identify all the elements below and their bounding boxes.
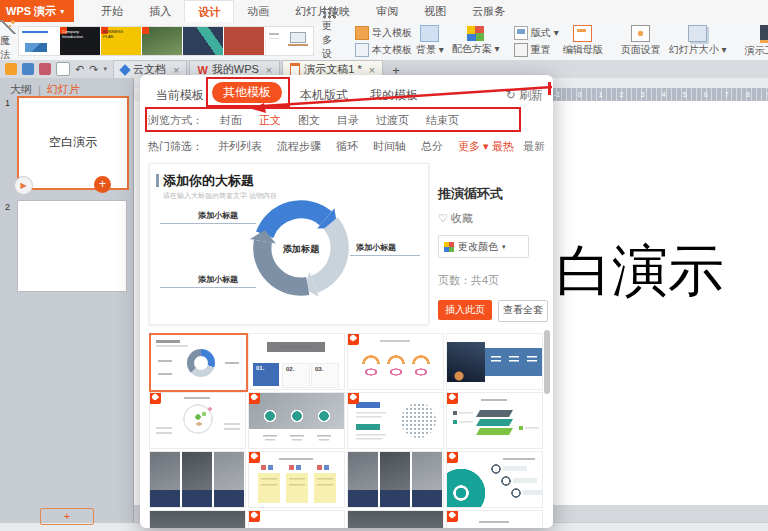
color-scheme-icon [467, 26, 484, 41]
design-template-5[interactable] [183, 27, 223, 55]
import-template-icon [355, 26, 369, 40]
slide-size-button[interactable]: 幻灯片大小 ▾ [669, 25, 727, 57]
add-slide-button[interactable]: + [94, 176, 111, 193]
close-icon[interactable]: × [173, 64, 179, 76]
edit-master-button[interactable]: 编辑母版 [563, 25, 603, 57]
template-thumb-13[interactable] [149, 510, 246, 528]
design-template-card[interactable] [265, 27, 282, 55]
tab-insert[interactable]: 插入 [136, 0, 184, 22]
tab-slides[interactable]: 幻灯片 [47, 82, 80, 97]
tab-cloud[interactable]: 云服务 [459, 0, 518, 22]
magic-button[interactable]: 魔法 [0, 20, 16, 62]
tab-review[interactable]: 审阅 [363, 0, 411, 22]
chevron-down-icon: ▾ [483, 140, 489, 152]
template-thumb-6[interactable] [248, 392, 345, 449]
save-icon[interactable] [22, 63, 34, 75]
filter-more-button[interactable]: 更多 ▾ [458, 139, 489, 154]
template-thumb-16[interactable] [446, 510, 543, 528]
undo-icon[interactable]: ↶ [75, 63, 84, 75]
design-template-6[interactable] [224, 27, 264, 55]
close-icon[interactable]: × [369, 64, 375, 76]
close-icon[interactable]: × [266, 64, 272, 76]
tab-animation[interactable]: 动画 [234, 0, 282, 22]
browse-toc[interactable]: 目录 [337, 113, 359, 128]
insert-page-button[interactable]: 插入此页 [438, 300, 492, 320]
sort-newest[interactable]: 最新 [523, 139, 545, 154]
filter-timeline[interactable]: 时间轴 [373, 139, 406, 154]
tab-home[interactable]: 开始 [88, 0, 136, 22]
dialog-scrollbar[interactable] [544, 330, 550, 394]
reset-icon [514, 43, 528, 57]
template-thumb-10[interactable] [248, 451, 345, 508]
tab-outline[interactable]: 大纲 [10, 82, 32, 97]
design-template-1[interactable] [19, 27, 59, 55]
sort-hottest[interactable]: 最热 [492, 139, 514, 154]
background-button[interactable]: 背景 ▾ [416, 25, 444, 57]
hot-flame-badge [149, 392, 161, 404]
diagram-center-label: 添加标题 [283, 244, 320, 254]
redo-icon[interactable]: ↷ [89, 63, 98, 75]
layout-button[interactable]: 版式 ▾ [514, 26, 559, 40]
template-thumb-7[interactable] [347, 392, 444, 449]
design-template-strip: Company Introduction BUSINESS PLAN [18, 26, 314, 56]
browse-body[interactable]: 正文 [259, 113, 281, 128]
hot-dot-icon [142, 27, 149, 34]
browse-ending[interactable]: 结束页 [426, 113, 459, 128]
slide-thumbnail-1[interactable]: 空白演示 [17, 96, 129, 190]
template-thumb-4[interactable] [446, 333, 543, 390]
template-thumb-15[interactable] [347, 510, 444, 528]
design-ribbon: 魔法 Company Introduction BUSINESS PLAN 更多… [0, 22, 768, 61]
present-tools-button[interactable]: 演示工具 ▾ [744, 25, 768, 58]
export-icon[interactable] [39, 63, 51, 75]
view-full-set-button[interactable]: 查看全套 [498, 300, 548, 322]
text-template-button[interactable]: 本文模板 [355, 43, 412, 57]
open-folder-icon[interactable] [5, 63, 17, 75]
template-thumb-3[interactable] [347, 333, 444, 390]
template-thumb-11[interactable] [347, 451, 444, 508]
dialog-tab-other[interactable]: 其他模板 [212, 82, 282, 103]
grid-icon [322, 7, 337, 19]
design-template-3[interactable]: BUSINESS PLAN [101, 27, 141, 55]
play-slideshow-button[interactable]: ▶ [14, 176, 33, 195]
filter-cycle[interactable]: 循环 [336, 139, 358, 154]
filter-total[interactable]: 总分 [421, 139, 443, 154]
favorite-button[interactable]: ♡ 收藏 [438, 211, 473, 226]
page-setup-button[interactable]: 页面设置 [621, 25, 661, 57]
tab-view[interactable]: 视图 [411, 0, 459, 22]
color-scheme-button[interactable]: 配色方案 ▾ [452, 26, 500, 56]
dialog-tab-local-layout[interactable]: 本机版式 [300, 87, 348, 104]
template-preview[interactable]: 添加你的大标题 请在输入大标题的简要文字 说明内容 添加标题 添加小标题 添加小… [149, 163, 429, 325]
template-thumb-8[interactable] [446, 392, 543, 449]
print-preview-icon[interactable] [56, 62, 70, 76]
browse-label: 浏览方式： [148, 113, 203, 128]
browse-transition[interactable]: 过渡页 [376, 113, 409, 128]
browse-pictext[interactable]: 图文 [298, 113, 320, 128]
new-slide-button[interactable]: + [40, 508, 94, 525]
leader-line [160, 223, 256, 224]
browse-cover[interactable]: 封面 [220, 113, 242, 128]
change-color-button[interactable]: 更改颜色 ▾ [438, 235, 529, 258]
sub-label-left-top: 添加小标题 [158, 210, 238, 221]
design-template-2[interactable]: Company Introduction [60, 27, 100, 55]
quick-access-toolbar: ↶ ↷ ▾ [0, 62, 113, 78]
refresh-button[interactable]: ↻ 刷新 [506, 87, 543, 104]
toolbar-dropdown-icon[interactable]: ▾ [103, 65, 107, 73]
template-thumb-12[interactable] [446, 451, 543, 508]
slide-thumbnail-2[interactable] [17, 200, 127, 292]
filter-process-steps[interactable]: 流程步骤 [277, 139, 321, 154]
import-template-button[interactable]: 导入模板 [355, 26, 412, 40]
magic-wand-icon [0, 20, 16, 34]
template-thumb-2[interactable]: 01. 02. 03. [248, 333, 345, 390]
design-template-4[interactable] [142, 27, 182, 55]
template-thumb-5[interactable] [149, 392, 246, 449]
tab-design[interactable]: 设计 [184, 0, 234, 23]
reset-button[interactable]: 重置 [514, 43, 559, 57]
wps-logo[interactable]: WPS 演示 ▾ [0, 0, 74, 22]
dialog-tab-my-templates[interactable]: 我的模板 [370, 87, 418, 104]
filter-parallel-list[interactable]: 并列列表 [218, 139, 262, 154]
template-thumb-1-selected[interactable] [149, 333, 248, 392]
slide-panel: 大纲 | 幻灯片 1 空白演示 ▶ + 2 + [0, 78, 134, 522]
template-thumb-14[interactable] [248, 510, 345, 528]
dialog-tab-current[interactable]: 当前模板 [156, 87, 204, 104]
template-thumb-9[interactable] [149, 451, 246, 508]
